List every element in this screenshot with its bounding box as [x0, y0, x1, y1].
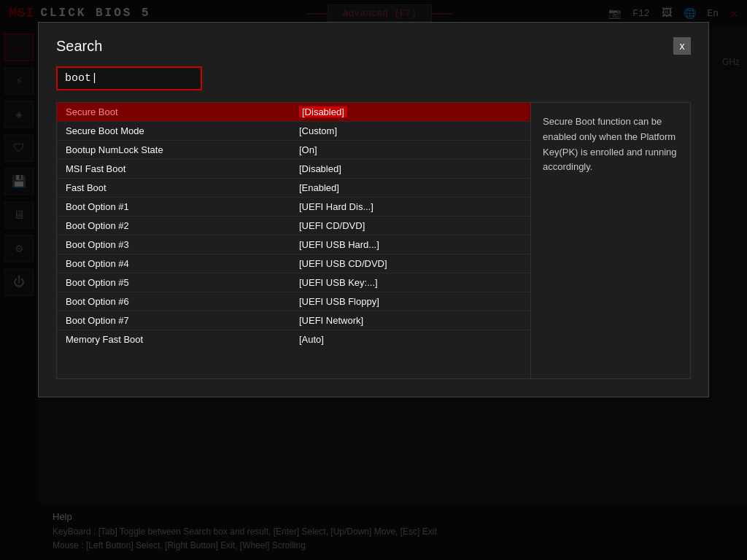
result-item[interactable]: Boot Option #3[UEFI USB Hard...]: [57, 236, 530, 254]
result-value: [Disabled]: [299, 163, 341, 174]
results-list: Secure Boot[Disabled]Secure Boot Mode[Cu…: [57, 103, 531, 378]
result-value: [Auto]: [299, 334, 324, 345]
result-item[interactable]: Boot Option #5[UEFI USB Key:...]: [57, 273, 530, 292]
result-name: Boot Option #7: [66, 315, 299, 326]
result-value: [UEFI USB Floppy]: [299, 296, 379, 307]
result-value: [UEFI Network]: [299, 315, 363, 326]
result-item[interactable]: Fast Boot[Enabled]: [57, 179, 530, 198]
result-name: Boot Option #1: [66, 201, 299, 212]
result-value: [UEFI Hard Dis...]: [299, 201, 374, 212]
modal-title: Search: [56, 38, 102, 55]
result-value: [UEFI CD/DVD]: [299, 220, 365, 231]
result-value: [On]: [299, 144, 317, 155]
result-value: [Disabled]: [299, 106, 347, 117]
result-value: [UEFI USB Key:...]: [299, 277, 378, 288]
result-item[interactable]: Boot Option #1[UEFI Hard Dis...]: [57, 198, 530, 217]
search-input[interactable]: [56, 66, 202, 90]
result-name: Boot Option #2: [66, 220, 299, 231]
result-name: MSI Fast Boot: [66, 163, 299, 174]
result-name: Bootup NumLock State: [66, 144, 299, 155]
result-item[interactable]: Boot Option #2[UEFI CD/DVD]: [57, 217, 530, 236]
search-input-wrapper: [56, 66, 691, 90]
overlay: Search x Secure Boot[Disabled]Secure Boo…: [0, 0, 747, 560]
results-area: Secure Boot[Disabled]Secure Boot Mode[Cu…: [56, 102, 691, 379]
result-name: Boot Option #4: [66, 258, 299, 269]
result-name: Boot Option #6: [66, 296, 299, 307]
result-name: Boot Option #5: [66, 277, 299, 288]
result-item[interactable]: Bootup NumLock State[On]: [57, 141, 530, 160]
result-value: [UEFI USB Hard...]: [299, 239, 379, 250]
result-value: [Custom]: [299, 125, 337, 136]
result-item[interactable]: Memory Fast Boot[Auto]: [57, 330, 530, 349]
result-item[interactable]: Boot Option #6[UEFI USB Floppy]: [57, 292, 530, 311]
search-modal: Search x Secure Boot[Disabled]Secure Boo…: [38, 22, 709, 397]
description-panel: Secure Boot function can be enabled only…: [531, 103, 690, 378]
result-item[interactable]: MSI Fast Boot[Disabled]: [57, 160, 530, 179]
result-name: Memory Fast Boot: [66, 334, 299, 345]
result-item[interactable]: Secure Boot Mode[Custom]: [57, 122, 530, 141]
result-name: Secure Boot: [66, 106, 299, 117]
description-text: Secure Boot function can be enabled only…: [543, 116, 677, 172]
result-value: [UEFI USB CD/DVD]: [299, 258, 387, 269]
result-value: [Enabled]: [299, 182, 339, 193]
result-name: Boot Option #3: [66, 239, 299, 250]
result-item[interactable]: Secure Boot[Disabled]: [57, 103, 530, 122]
result-name: Secure Boot Mode: [66, 125, 299, 136]
result-name: Fast Boot: [66, 182, 299, 193]
modal-header: Search x: [56, 37, 691, 55]
result-item[interactable]: Boot Option #7[UEFI Network]: [57, 311, 530, 330]
modal-close-button[interactable]: x: [673, 37, 691, 55]
result-item[interactable]: Boot Option #4[UEFI USB CD/DVD]: [57, 254, 530, 273]
